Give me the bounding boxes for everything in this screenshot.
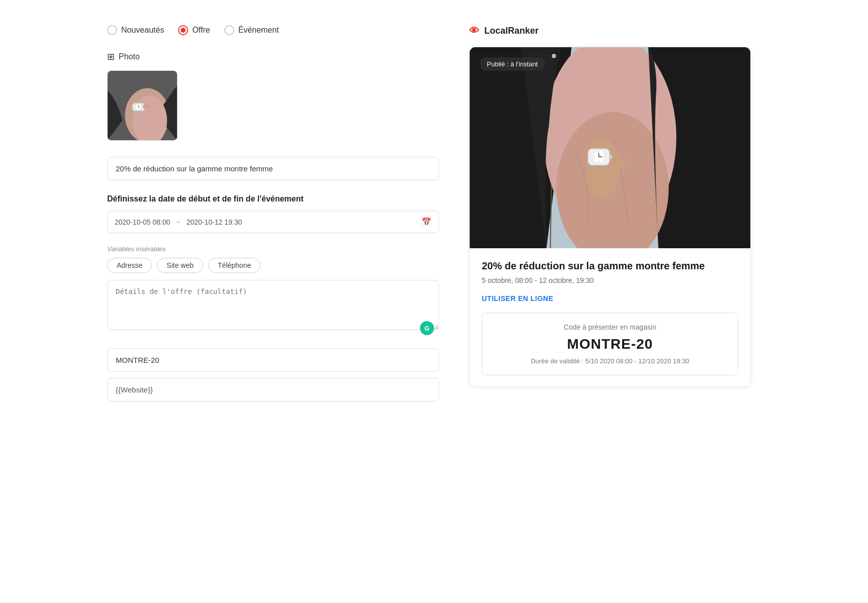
promo-label: Code à présenter en magasin [494, 323, 726, 331]
svg-point-9 [142, 105, 150, 109]
radio-evenement[interactable]: Événement [224, 25, 279, 35]
promo-code: MONTRE-20 [494, 336, 726, 352]
grammarly-icon: G [420, 321, 434, 335]
radio-circle-offre [178, 25, 188, 35]
promo-validity: Durée de validité : 5/10 2020 08:00 - 12… [494, 357, 726, 365]
calendar-icon[interactable]: 📅 [421, 217, 431, 227]
date-tilde: ~ [177, 218, 181, 226]
preview-card: Publié : à l'instant 20% de réduction su… [469, 47, 751, 387]
brand-header: 👁 LocalRanker [469, 25, 751, 37]
left-panel: Nouveautés Offre Événement ⊞ Photo [107, 25, 439, 408]
main-container: Nouveautés Offre Événement ⊞ Photo [107, 15, 761, 408]
svg-rect-24 [610, 155, 612, 159]
brand-icon: 👁 [469, 25, 479, 37]
photo-thumbnail[interactable] [107, 70, 178, 141]
preview-image: Publié : à l'instant [470, 47, 750, 248]
preview-content: 20% de réduction sur la gamme montre fem… [470, 248, 750, 386]
radio-group: Nouveautés Offre Événement [107, 25, 439, 35]
right-panel: 👁 LocalRanker [469, 25, 751, 408]
variable-adresse[interactable]: Adresse [107, 258, 152, 273]
variable-telephone[interactable]: Téléphone [208, 258, 261, 273]
photo-section-label: ⊞ Photo [107, 51, 439, 62]
svg-point-27 [553, 55, 555, 57]
radio-circle-nouveautes [107, 25, 117, 35]
details-textarea[interactable] [107, 280, 439, 330]
preview-cta[interactable]: UTILISER EN LIGNE [482, 294, 738, 303]
title-input[interactable] [107, 157, 439, 180]
radio-circle-evenement [224, 25, 234, 35]
details-wrapper: G [107, 280, 439, 340]
website-input[interactable] [107, 378, 439, 401]
date-start: 2020-10-05 08:00 [115, 218, 170, 226]
preview-title: 20% de réduction sur la gamme montre fem… [482, 259, 738, 272]
date-end: 2020-10-12 19:30 [187, 218, 242, 226]
variables-label: Variables insérables [107, 245, 439, 253]
published-badge: Publié : à l'instant [480, 57, 545, 71]
date-section-label: Définissez la date de début et de fin de… [107, 194, 439, 204]
photo-icon: ⊞ [107, 51, 115, 62]
variable-tags: Adresse Site web Téléphone [107, 258, 439, 273]
preview-date: 5 octobre, 08:00 - 12 octobre, 19:30 [482, 276, 738, 284]
svg-point-25 [614, 159, 632, 167]
promo-code-input[interactable] [107, 348, 439, 372]
radio-offre[interactable]: Offre [178, 25, 210, 35]
promo-box: Code à présenter en magasin MONTRE-20 Du… [482, 313, 738, 375]
variable-site-web[interactable]: Site web [157, 258, 203, 273]
brand-name: LocalRanker [484, 26, 539, 36]
date-range-box[interactable]: 2020-10-05 08:00 ~ 2020-10-12 19:30 📅 [107, 211, 439, 233]
radio-nouveautes[interactable]: Nouveautés [107, 25, 164, 35]
